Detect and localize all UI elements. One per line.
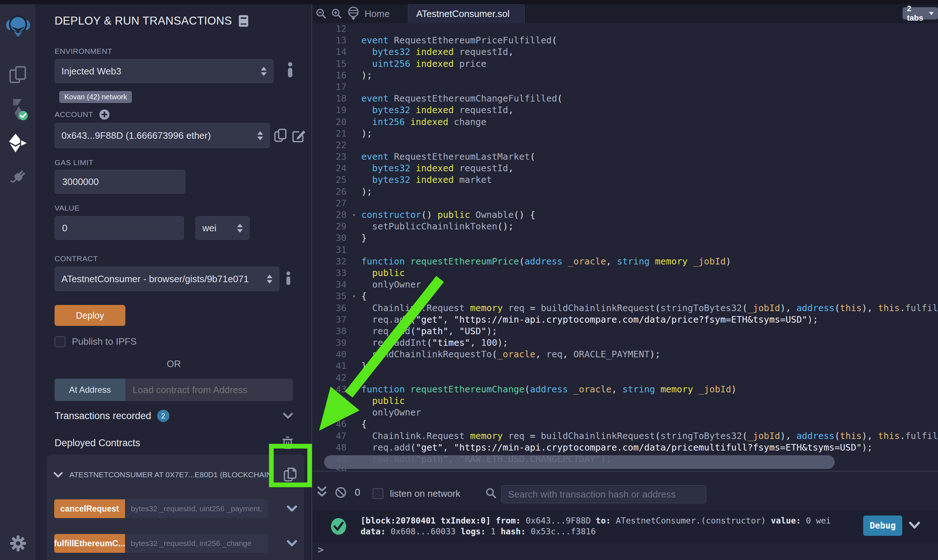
code-line: 33 public [312,267,938,279]
select-spinner-icon [257,131,263,140]
environment-select[interactable]: Injected Web3 [55,59,274,83]
file-explorer-icon[interactable] [9,65,28,85]
deployed-contracts-label: Deployed Contracts [55,437,140,449]
deployed-contract-card: ATESTNETCONSUMER AT 0X7E7...E80D1 (BLOCK… [47,454,304,560]
code-line: 28▾constructor() public Ownable() { [312,209,938,221]
zoom-in-icon[interactable] [331,8,342,19]
chevron-down-icon [929,12,934,15]
network-badge: Kovan (42) network [59,91,132,103]
log-line-2: data: 0x608...60033 logs: 1 hash: 0x53c.… [361,526,831,537]
debug-button[interactable]: Debug [863,515,902,536]
edit-account-icon[interactable] [292,129,306,143]
publish-ipfs-label: Publish to IPFS [72,336,137,347]
at-address-button[interactable]: At Address [55,378,125,401]
account-label: ACCOUNT [55,110,93,119]
value-unit-select[interactable]: wei [195,216,250,240]
environment-info-icon[interactable] [287,62,294,77]
code-line: 20 int256 indexed change [312,116,938,128]
log-line-1: [block:20780401 txIndex:0] from: 0x643..… [361,515,831,526]
cancel-request-expand-icon[interactable] [287,505,297,512]
code-line: 18event RequestEthereumChangeFulfilled( [312,93,938,105]
plugin-manager-icon[interactable] [8,168,28,187]
icon-rail [0,4,36,560]
pending-tx-count: 0 [355,487,360,498]
code-line: 35▾{ [312,291,938,302]
transaction-log-row[interactable]: [block:20780401 txIndex:0] from: 0x643..… [312,511,938,542]
code-line: 36 Chainlink.Request memory req = buildC… [312,302,938,314]
code-line: 45 onlyOwner [312,407,938,418]
code-line: 13event RequestEthereumPriceFulfilled( [312,35,938,46]
deployed-contract-title: ATESTNETCONSUMER AT 0X7E7...E80D1 (BLOCK… [69,471,270,479]
code-line: 42 [312,372,938,384]
log-expand-chevron-icon[interactable] [909,522,920,529]
window-top-strip [0,0,938,4]
code-line: 48 req.add("get", "https://min-api.crypt… [312,442,938,454]
code-line: 21); [312,128,938,140]
panel-title: DEPLOY & RUN TRANSACTIONS [55,14,232,28]
tab-home[interactable]: Home [347,4,389,23]
fulfill-expand-icon[interactable] [287,540,297,547]
cancel-request-button[interactable]: cancelRequest [54,499,125,518]
tab-atestnetconsumer[interactable]: ATestnetConsumer.sol [408,4,524,23]
transactions-recorded-label: Transactions recorded [55,411,151,422]
code-line: 40 sendChainlinkRequestTo(_oracle, req, … [312,349,938,360]
deploy-run-panel: DEPLOY & RUN TRANSACTIONS ENVIRONMENT In… [36,4,312,560]
select-spinner-icon [267,275,272,284]
clear-console-icon[interactable] [335,487,346,498]
transactions-chevron-down-icon[interactable] [283,412,293,419]
select-spinner-icon [261,67,267,76]
code-line: 38 req.add("path", "USD"); [312,326,938,337]
publish-ipfs-checkbox[interactable] [55,336,65,347]
code-line: 37 req.add("get", "https://min-api.crypt… [312,314,938,326]
terminal-search-field[interactable] [501,485,706,503]
at-address-field[interactable] [125,378,293,401]
fulfill-args-field[interactable] [125,534,268,553]
horizontal-scrollbar[interactable] [324,455,835,469]
listen-network-checkbox[interactable] [372,488,383,499]
add-account-icon[interactable] [99,109,110,120]
copy-account-icon[interactable] [274,128,287,143]
select-spinner-icon [237,224,243,233]
zoom-out-icon[interactable] [316,8,327,19]
contract-expand-chevron-icon[interactable] [54,472,63,478]
copy-contract-address-icon[interactable] [283,467,297,483]
code-line: 14 bytes32 indexed requestId, [312,46,938,58]
contract-select[interactable]: ATestnetConsumer - browser/gists/9b71e07… [55,267,279,291]
solidity-compiler-icon[interactable] [8,98,28,122]
code-line: 41} [312,360,938,372]
code-line: 23event RequestEthereumLastMarket( [312,151,938,163]
gas-limit-label: GAS LIMIT [55,158,93,167]
gas-limit-field[interactable] [55,170,185,194]
code-line: 19 bytes32 indexed requestId, [312,105,938,116]
terminal: 0 listen on network [block:20780401 txIn… [312,471,938,560]
terminal-collapse-icon[interactable] [317,486,327,498]
contract-label: CONTRACT [55,254,98,263]
success-check-icon [331,518,346,535]
cancel-request-args-field[interactable] [125,499,268,518]
deploy-run-icon[interactable] [8,134,29,152]
fulfill-ethereum-change-button[interactable]: fulfillEthereumC... [54,534,125,553]
terminal-prompt[interactable]: > [318,544,324,556]
code-line: 44 public [312,395,938,407]
code-line: 16); [312,70,938,81]
code-line: 22 [312,140,938,151]
code-line: 34 onlyOwner [312,279,938,291]
code-line: 27 [312,198,938,209]
trash-icon[interactable] [282,437,293,449]
tabs-count-dropdown[interactable]: 2 tabs [903,7,938,20]
transactions-count-badge: 2 [157,410,169,422]
contract-info-icon[interactable] [286,271,291,285]
code-line: 15 uint256 indexed price [312,58,938,70]
value-label: VALUE [55,204,80,212]
code-line: 17 [312,81,938,93]
code-line: 12 [312,23,938,35]
value-field[interactable] [55,216,184,240]
code-line: 39 req.addInt("times", 100); [312,337,938,349]
deploy-button[interactable]: Deploy [55,305,125,326]
remix-logo-icon[interactable] [6,14,30,38]
code-line: 43function requestEthereumChange(address… [312,384,938,395]
code-line: 26); [312,186,938,198]
code-editor[interactable]: 1213event RequestEthereumPriceFulfilled(… [312,23,938,471]
account-select[interactable]: 0x643...9F88D (1.666673996 ether) [55,123,270,148]
settings-gear-icon[interactable] [9,535,27,552]
